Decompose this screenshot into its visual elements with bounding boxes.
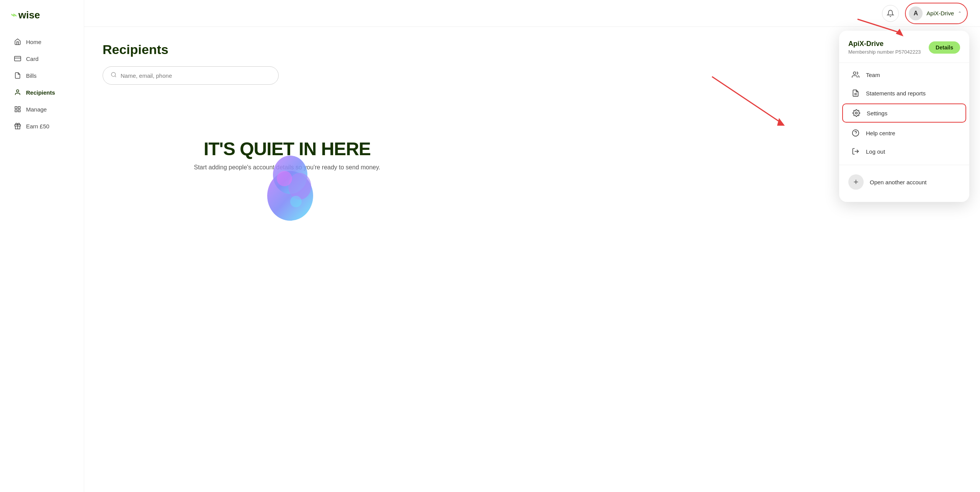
sidebar-item-earn[interactable]: Earn £50 — [3, 118, 81, 134]
sidebar-label-earn: Earn £50 — [26, 123, 49, 130]
home-icon — [14, 38, 21, 46]
logo[interactable]: ⌁ wise — [0, 9, 84, 33]
bills-icon — [14, 72, 21, 79]
svg-line-10 — [115, 76, 116, 77]
search-input[interactable] — [121, 72, 271, 79]
svg-rect-6 — [18, 110, 20, 112]
header: A ApiX-Drive ⌃ — [84, 0, 490, 27]
card-icon — [14, 55, 21, 62]
earn-icon — [14, 122, 21, 130]
sidebar-label-manage: Manage — [26, 106, 47, 113]
sidebar: ⌁ wise Home Card Bills Recipients — [0, 0, 84, 246]
search-icon — [111, 72, 117, 79]
logo-text: wise — [18, 9, 40, 21]
manage-icon — [14, 105, 21, 113]
svg-rect-5 — [15, 110, 17, 112]
svg-point-14 — [277, 171, 292, 186]
recipients-icon — [14, 89, 21, 96]
main-content: Recipients — [84, 27, 490, 186]
sidebar-label-recipients: Recipients — [26, 89, 55, 96]
svg-point-15 — [290, 196, 302, 207]
svg-point-9 — [111, 72, 116, 77]
sidebar-label-card: Card — [26, 56, 39, 62]
sidebar-item-bills[interactable]: Bills — [3, 68, 81, 83]
search-bar[interactable] — [103, 66, 279, 85]
sidebar-item-home[interactable]: Home — [3, 34, 81, 49]
sidebar-item-manage[interactable]: Manage — [3, 102, 81, 117]
sidebar-item-recipients[interactable]: Recipients — [3, 85, 81, 100]
nav-items: Home Card Bills Recipients Manage — [0, 33, 84, 134]
svg-rect-4 — [18, 107, 20, 108]
logo-symbol: ⌁ — [11, 9, 17, 21]
page-title: Recipients — [103, 42, 472, 57]
sidebar-item-card[interactable]: Card — [3, 51, 81, 66]
svg-rect-3 — [15, 107, 17, 108]
svg-point-2 — [16, 90, 19, 92]
svg-rect-0 — [15, 56, 21, 61]
sidebar-label-home: Home — [26, 39, 41, 45]
megaphone-illustration — [256, 146, 325, 223]
sidebar-label-bills: Bills — [26, 72, 37, 79]
